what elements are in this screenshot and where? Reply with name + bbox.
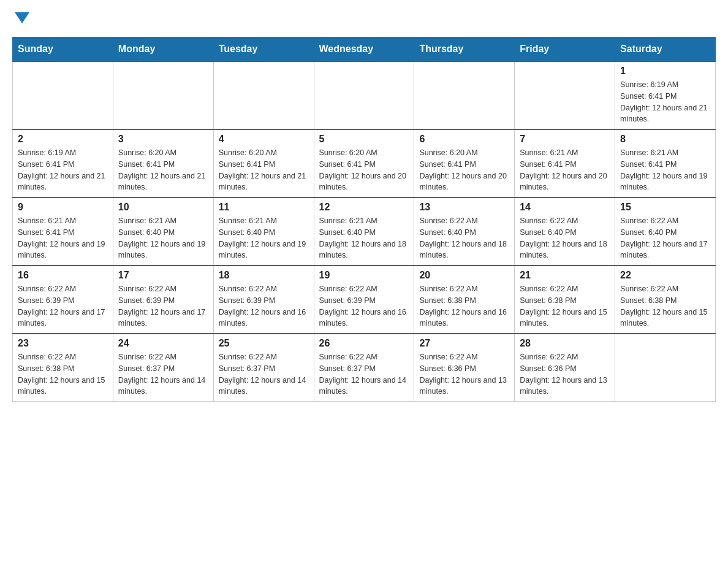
day-header-monday: Monday (113, 37, 213, 62)
calendar-cell: 12Sunrise: 6:21 AM Sunset: 6:40 PM Dayli… (314, 197, 414, 266)
week-row-4: 16Sunrise: 6:22 AM Sunset: 6:39 PM Dayli… (13, 266, 716, 334)
calendar-cell (213, 61, 314, 129)
day-info: Sunrise: 6:22 AM Sunset: 6:39 PM Dayligh… (219, 283, 309, 329)
calendar-cell: 1Sunrise: 6:19 AM Sunset: 6:41 PM Daylig… (615, 61, 716, 129)
day-number: 9 (18, 202, 108, 213)
calendar-cell: 3Sunrise: 6:20 AM Sunset: 6:41 PM Daylig… (113, 129, 213, 197)
calendar-cell (414, 61, 515, 129)
page-header (12, 12, 716, 25)
calendar-cell: 7Sunrise: 6:21 AM Sunset: 6:41 PM Daylig… (515, 129, 615, 197)
day-info: Sunrise: 6:21 AM Sunset: 6:41 PM Dayligh… (18, 215, 108, 261)
calendar-cell: 19Sunrise: 6:22 AM Sunset: 6:39 PM Dayli… (314, 266, 414, 334)
day-info: Sunrise: 6:22 AM Sunset: 6:38 PM Dayligh… (419, 283, 509, 329)
day-number: 7 (520, 134, 610, 145)
logo-triangle-icon (15, 12, 29, 23)
day-info: Sunrise: 6:19 AM Sunset: 6:41 PM Dayligh… (18, 147, 108, 193)
calendar-header-row: SundayMondayTuesdayWednesdayThursdayFrid… (13, 37, 716, 62)
calendar-cell: 6Sunrise: 6:20 AM Sunset: 6:41 PM Daylig… (414, 129, 515, 197)
day-number: 3 (118, 134, 208, 145)
day-number: 20 (419, 270, 509, 281)
day-number: 25 (219, 338, 309, 349)
logo (12, 12, 29, 25)
day-number: 17 (118, 270, 208, 281)
day-number: 12 (319, 202, 409, 213)
day-info: Sunrise: 6:22 AM Sunset: 6:37 PM Dayligh… (219, 351, 309, 397)
calendar-cell: 28Sunrise: 6:22 AM Sunset: 6:36 PM Dayli… (515, 334, 615, 402)
calendar-cell: 8Sunrise: 6:21 AM Sunset: 6:41 PM Daylig… (615, 129, 716, 197)
day-number: 5 (319, 134, 409, 145)
calendar-cell: 4Sunrise: 6:20 AM Sunset: 6:41 PM Daylig… (213, 129, 314, 197)
calendar-cell (314, 61, 414, 129)
calendar-cell: 15Sunrise: 6:22 AM Sunset: 6:40 PM Dayli… (615, 197, 716, 266)
day-info: Sunrise: 6:22 AM Sunset: 6:40 PM Dayligh… (419, 215, 509, 261)
day-info: Sunrise: 6:22 AM Sunset: 6:36 PM Dayligh… (520, 351, 610, 397)
day-header-friday: Friday (515, 37, 615, 62)
day-number: 13 (419, 202, 509, 213)
day-number: 24 (118, 338, 208, 349)
day-info: Sunrise: 6:20 AM Sunset: 6:41 PM Dayligh… (118, 147, 208, 193)
day-info: Sunrise: 6:22 AM Sunset: 6:37 PM Dayligh… (118, 351, 208, 397)
day-info: Sunrise: 6:22 AM Sunset: 6:39 PM Dayligh… (118, 283, 208, 329)
day-number: 6 (419, 134, 509, 145)
day-header-thursday: Thursday (414, 37, 515, 62)
day-number: 22 (620, 270, 710, 281)
calendar-cell: 22Sunrise: 6:22 AM Sunset: 6:38 PM Dayli… (615, 266, 716, 334)
day-info: Sunrise: 6:22 AM Sunset: 6:36 PM Dayligh… (419, 351, 509, 397)
day-info: Sunrise: 6:22 AM Sunset: 6:38 PM Dayligh… (18, 351, 108, 397)
calendar-cell: 5Sunrise: 6:20 AM Sunset: 6:41 PM Daylig… (314, 129, 414, 197)
calendar-table: SundayMondayTuesdayWednesdayThursdayFrid… (12, 37, 716, 402)
day-number: 14 (520, 202, 610, 213)
day-number: 18 (219, 270, 309, 281)
day-info: Sunrise: 6:22 AM Sunset: 6:40 PM Dayligh… (520, 215, 610, 261)
calendar-cell: 24Sunrise: 6:22 AM Sunset: 6:37 PM Dayli… (113, 334, 213, 402)
day-info: Sunrise: 6:19 AM Sunset: 6:41 PM Dayligh… (620, 79, 710, 125)
calendar-cell: 2Sunrise: 6:19 AM Sunset: 6:41 PM Daylig… (13, 129, 113, 197)
day-info: Sunrise: 6:21 AM Sunset: 6:41 PM Dayligh… (520, 147, 610, 193)
calendar-cell: 26Sunrise: 6:22 AM Sunset: 6:37 PM Dayli… (314, 334, 414, 402)
calendar-cell: 21Sunrise: 6:22 AM Sunset: 6:38 PM Dayli… (515, 266, 615, 334)
day-number: 15 (620, 202, 710, 213)
week-row-3: 9Sunrise: 6:21 AM Sunset: 6:41 PM Daylig… (13, 197, 716, 266)
day-number: 11 (219, 202, 309, 213)
day-info: Sunrise: 6:20 AM Sunset: 6:41 PM Dayligh… (319, 147, 409, 193)
calendar-cell: 14Sunrise: 6:22 AM Sunset: 6:40 PM Dayli… (515, 197, 615, 266)
calendar-cell: 23Sunrise: 6:22 AM Sunset: 6:38 PM Dayli… (13, 334, 113, 402)
day-number: 21 (520, 270, 610, 281)
day-info: Sunrise: 6:22 AM Sunset: 6:39 PM Dayligh… (18, 283, 108, 329)
week-row-5: 23Sunrise: 6:22 AM Sunset: 6:38 PM Dayli… (13, 334, 716, 402)
day-header-wednesday: Wednesday (314, 37, 414, 62)
day-info: Sunrise: 6:21 AM Sunset: 6:40 PM Dayligh… (219, 215, 309, 261)
calendar-cell (113, 61, 213, 129)
day-number: 16 (18, 270, 108, 281)
calendar-cell (13, 61, 113, 129)
day-info: Sunrise: 6:22 AM Sunset: 6:38 PM Dayligh… (520, 283, 610, 329)
calendar-cell: 20Sunrise: 6:22 AM Sunset: 6:38 PM Dayli… (414, 266, 515, 334)
day-info: Sunrise: 6:22 AM Sunset: 6:38 PM Dayligh… (620, 283, 710, 329)
day-header-tuesday: Tuesday (213, 37, 314, 62)
calendar-cell: 16Sunrise: 6:22 AM Sunset: 6:39 PM Dayli… (13, 266, 113, 334)
week-row-2: 2Sunrise: 6:19 AM Sunset: 6:41 PM Daylig… (13, 129, 716, 197)
day-number: 10 (118, 202, 208, 213)
calendar-cell: 25Sunrise: 6:22 AM Sunset: 6:37 PM Dayli… (213, 334, 314, 402)
calendar-cell: 27Sunrise: 6:22 AM Sunset: 6:36 PM Dayli… (414, 334, 515, 402)
day-header-sunday: Sunday (13, 37, 113, 62)
day-number: 27 (419, 338, 509, 349)
day-number: 4 (219, 134, 309, 145)
day-number: 28 (520, 338, 610, 349)
calendar-cell: 11Sunrise: 6:21 AM Sunset: 6:40 PM Dayli… (213, 197, 314, 266)
day-info: Sunrise: 6:20 AM Sunset: 6:41 PM Dayligh… (419, 147, 509, 193)
day-number: 8 (620, 134, 710, 145)
day-header-saturday: Saturday (615, 37, 716, 62)
day-info: Sunrise: 6:21 AM Sunset: 6:41 PM Dayligh… (620, 147, 710, 193)
day-number: 19 (319, 270, 409, 281)
calendar-cell: 13Sunrise: 6:22 AM Sunset: 6:40 PM Dayli… (414, 197, 515, 266)
day-info: Sunrise: 6:22 AM Sunset: 6:40 PM Dayligh… (620, 215, 710, 261)
day-info: Sunrise: 6:21 AM Sunset: 6:40 PM Dayligh… (118, 215, 208, 261)
day-info: Sunrise: 6:22 AM Sunset: 6:37 PM Dayligh… (319, 351, 409, 397)
day-info: Sunrise: 6:22 AM Sunset: 6:39 PM Dayligh… (319, 283, 409, 329)
calendar-cell: 9Sunrise: 6:21 AM Sunset: 6:41 PM Daylig… (13, 197, 113, 266)
calendar-cell: 10Sunrise: 6:21 AM Sunset: 6:40 PM Dayli… (113, 197, 213, 266)
calendar-cell: 18Sunrise: 6:22 AM Sunset: 6:39 PM Dayli… (213, 266, 314, 334)
week-row-1: 1Sunrise: 6:19 AM Sunset: 6:41 PM Daylig… (13, 61, 716, 129)
day-info: Sunrise: 6:20 AM Sunset: 6:41 PM Dayligh… (219, 147, 309, 193)
